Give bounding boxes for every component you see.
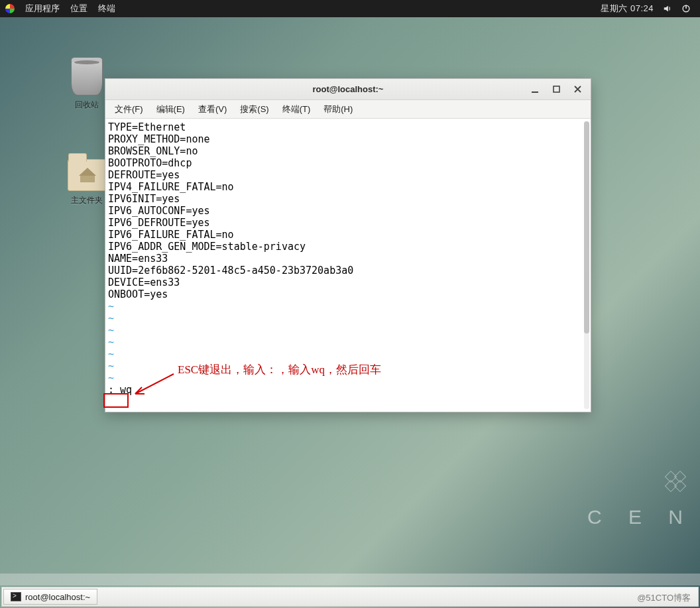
scrollbar[interactable] <box>584 121 589 409</box>
trash-label: 回收站 <box>64 99 110 111</box>
centos-logo-icon <box>660 466 691 497</box>
close-button[interactable] <box>568 83 587 96</box>
svg-rect-3 <box>554 86 559 92</box>
menu-edit[interactable]: 编辑(E) <box>151 102 190 117</box>
menubar: 文件(F) 编辑(E) 查看(V) 搜索(S) 终端(T) 帮助(H) <box>105 100 591 119</box>
menu-view[interactable]: 查看(V) <box>193 102 232 117</box>
bottom-taskbar: root@localhost:~ <box>1 587 699 607</box>
menu-search[interactable]: 搜索(S) <box>235 102 274 117</box>
minimize-button[interactable] <box>526 83 544 96</box>
volume-icon[interactable] <box>663 4 672 13</box>
desktop-home-folder[interactable]: 主文件夹 <box>64 159 110 206</box>
home-folder-icon <box>68 159 106 191</box>
terminal-text[interactable]: TYPE=Ethernet PROXY_METHOD=none BROWSER_… <box>108 121 588 396</box>
menu-help[interactable]: 帮助(H) <box>318 102 358 117</box>
desktop-trash[interactable]: 回收站 <box>64 57 110 111</box>
menu-terminal[interactable]: 终端 <box>98 3 115 15</box>
scrollbar-thumb[interactable] <box>584 121 589 334</box>
top-panel: 应用程序 位置 终端 星期六 07:24 <box>0 0 700 17</box>
titlebar[interactable]: root@localhost:~ <box>105 79 591 100</box>
power-icon[interactable] <box>681 4 691 13</box>
menu-file[interactable]: 文件(F) <box>109 102 148 117</box>
window-title: root@localhost:~ <box>105 84 591 94</box>
centos-text: C E N <box>587 506 693 528</box>
menu-terminal-menu[interactable]: 终端(T) <box>277 102 316 117</box>
clock[interactable]: 星期六 07:24 <box>601 3 654 15</box>
home-label: 主文件夹 <box>64 195 110 206</box>
taskbar-item-label: root@localhost:~ <box>25 592 90 602</box>
maximize-button[interactable] <box>547 83 565 96</box>
menu-applications[interactable]: 应用程序 <box>25 3 60 15</box>
panel-strip <box>0 574 700 585</box>
terminal-icon <box>11 592 21 601</box>
svg-rect-2 <box>532 91 538 93</box>
apps-icon <box>5 4 15 13</box>
menu-places[interactable]: 位置 <box>70 3 88 15</box>
trash-icon <box>71 57 103 95</box>
taskbar-item-terminal[interactable]: root@localhost:~ <box>3 589 97 605</box>
annotation-text: ESC键退出，输入：，输入wq，然后回车 <box>178 362 381 377</box>
image-watermark: @51CTO博客 <box>637 592 691 604</box>
